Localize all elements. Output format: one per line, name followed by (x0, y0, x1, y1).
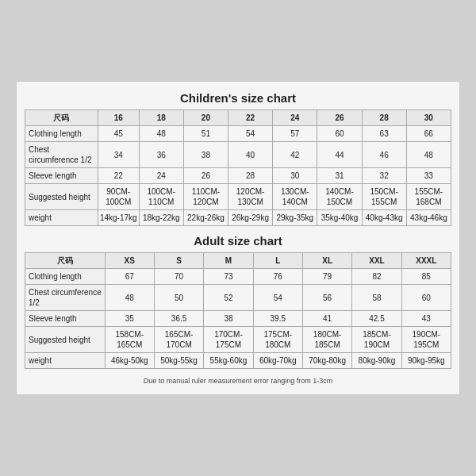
cell-3-3: 120CM-130CM (228, 184, 273, 210)
col-header-0: 尺码 (25, 253, 106, 269)
cell-1-4: 56 (302, 285, 351, 311)
cell-3-5: 185CM-190CM (352, 327, 401, 353)
cell-1-2: 38 (183, 142, 228, 168)
cell-2-1: 24 (139, 168, 183, 184)
table-row: Clothing length67707376798285 (25, 269, 451, 285)
row-label-4: weight (25, 210, 98, 226)
col-header-2: S (154, 253, 203, 269)
cell-4-3: 60kg-70kg (253, 353, 302, 369)
cell-4-4: 29kg-35kg (273, 210, 317, 226)
cell-2-2: 26 (183, 168, 228, 184)
cell-3-6: 150CM-155CM (362, 184, 406, 210)
cell-3-2: 110CM-120CM (183, 184, 228, 210)
adult-chart-title: Adult size chart (25, 234, 451, 248)
col-header-5: 24 (273, 110, 317, 126)
row-label-0: Clothing length (25, 126, 98, 142)
cell-3-0: 158CM-165CM (105, 327, 154, 353)
col-header-1: 16 (98, 110, 139, 126)
cell-4-7: 43kg-46kg (406, 210, 451, 226)
table-row: Chest circumference 1/248505254565860 (25, 285, 451, 311)
cell-2-0: 22 (98, 168, 139, 184)
cell-3-0: 90CM-100CM (98, 184, 139, 210)
table-row: Sleeve length3536.53839.54142.543 (25, 311, 451, 327)
children-table: 尺码1618202224262830 Clothing length454851… (25, 109, 451, 226)
adult-table: 尺码XSSMLXLXXLXXXL Clothing length67707376… (25, 252, 451, 369)
cell-4-0: 46kg-50kg (105, 353, 154, 369)
cell-4-6: 40kg-43kg (362, 210, 406, 226)
adult-section: Adult size chart 尺码XSSMLXLXXLXXXL Clothi… (25, 234, 451, 369)
table-row: Clothing length4548515457606366 (25, 126, 451, 142)
cell-1-0: 48 (105, 285, 154, 311)
cell-4-5: 35kg-40kg (317, 210, 362, 226)
cell-1-2: 52 (204, 285, 253, 311)
cell-0-0: 67 (105, 269, 154, 285)
row-label-3: Suggested height (25, 327, 106, 353)
table-row: Suggested height90CM-100CM100CM-110CM110… (25, 184, 451, 210)
cell-2-7: 33 (406, 168, 451, 184)
cell-2-6: 32 (362, 168, 406, 184)
cell-0-6: 63 (362, 126, 406, 142)
col-header-3: M (204, 253, 253, 269)
cell-0-5: 60 (317, 126, 362, 142)
cell-4-1: 50kg-55kg (154, 353, 203, 369)
cell-1-1: 36 (139, 142, 183, 168)
children-chart-title: Children's size chart (25, 91, 451, 105)
cell-2-3: 39.5 (253, 311, 302, 327)
cell-1-1: 50 (154, 285, 203, 311)
cell-0-3: 76 (253, 269, 302, 285)
row-label-2: Sleeve length (25, 311, 106, 327)
col-header-1: XS (105, 253, 154, 269)
cell-4-2: 55kg-60kg (204, 353, 253, 369)
cell-2-0: 35 (105, 311, 154, 327)
cell-3-1: 100CM-110CM (139, 184, 183, 210)
col-header-0: 尺码 (25, 110, 98, 126)
cell-0-4: 57 (273, 126, 317, 142)
disclaimer-text: Due to manual ruler measurement error ra… (25, 377, 451, 385)
cell-1-6: 60 (401, 285, 451, 311)
cell-1-5: 44 (317, 142, 362, 168)
table-row: Sleeve length2224262830313233 (25, 168, 451, 184)
table-row: weight46kg-50kg50kg-55kg55kg-60kg60kg-70… (25, 353, 451, 369)
cell-0-1: 70 (154, 269, 203, 285)
cell-2-4: 41 (302, 311, 351, 327)
children-header-row: 尺码1618202224262830 (25, 110, 451, 126)
cell-2-6: 43 (401, 311, 451, 327)
cell-3-7: 155CM-168CM (406, 184, 451, 210)
cell-4-0: 14kg-17kg (98, 210, 139, 226)
cell-0-7: 66 (406, 126, 451, 142)
col-header-3: 20 (183, 110, 228, 126)
cell-0-5: 82 (352, 269, 401, 285)
cell-2-5: 31 (317, 168, 362, 184)
cell-1-3: 40 (228, 142, 273, 168)
cell-0-2: 51 (183, 126, 228, 142)
col-header-8: 30 (406, 110, 451, 126)
cell-0-1: 48 (139, 126, 183, 142)
cell-4-1: 18kg-22kg (139, 210, 183, 226)
cell-2-5: 42.5 (352, 311, 401, 327)
children-section: Children's size chart 尺码1618202224262830… (25, 91, 451, 226)
cell-1-6: 46 (362, 142, 406, 168)
table-row: Chest circumference 1/23436384042444648 (25, 142, 451, 168)
col-header-6: 26 (317, 110, 362, 126)
cell-1-7: 48 (406, 142, 451, 168)
col-header-7: 28 (362, 110, 406, 126)
col-header-5: XL (302, 253, 351, 269)
cell-3-5: 140CM-150CM (317, 184, 362, 210)
cell-3-6: 190CM-195CM (401, 327, 451, 353)
cell-2-4: 30 (273, 168, 317, 184)
adult-header-row: 尺码XSSMLXLXXLXXXL (25, 253, 451, 269)
cell-4-5: 80kg-90kg (352, 353, 401, 369)
cell-2-1: 36.5 (154, 311, 203, 327)
col-header-6: XXL (352, 253, 401, 269)
cell-4-2: 22kg-26kg (183, 210, 228, 226)
row-label-0: Clothing length (25, 269, 106, 285)
cell-4-6: 90kg-95kg (401, 353, 451, 369)
cell-2-2: 38 (204, 311, 253, 327)
row-label-3: Suggested height (25, 184, 98, 210)
cell-1-3: 54 (253, 285, 302, 311)
cell-3-2: 170CM-175CM (204, 327, 253, 353)
cell-4-4: 70kg-80kg (302, 353, 351, 369)
cell-1-0: 34 (98, 142, 139, 168)
cell-3-4: 130CM-140CM (273, 184, 317, 210)
col-header-4: L (253, 253, 302, 269)
